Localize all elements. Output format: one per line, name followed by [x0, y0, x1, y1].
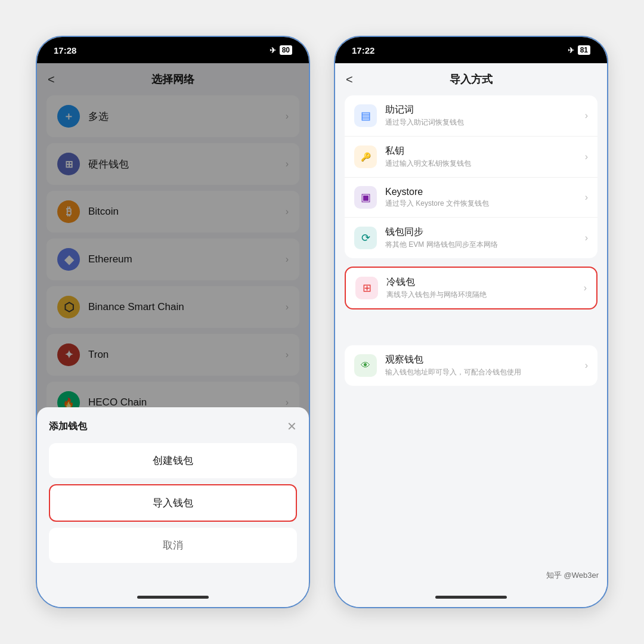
watchwallet-chevron: › — [585, 360, 588, 371]
privatekey-subtitle: 通过输入明文私钥恢复钱包 — [385, 159, 471, 169]
coldwallet-icon: ⊞ — [355, 277, 378, 299]
right-phone: 17:22 ✈ 81 < 导入方式 ▤ 助记词 通过导入助记词恢复钱包 — [334, 36, 608, 608]
mnemonic-chevron: › — [585, 110, 588, 121]
watchwallet-subtitle: 输入钱包地址即可导入，可配合冷钱包使用 — [385, 367, 521, 377]
bottom-sheet-title: 添加钱包 — [49, 420, 87, 433]
privatekey-icon: 🔑 — [354, 145, 377, 168]
keystore-subtitle: 通过导入 Keystore 文件恢复钱包 — [385, 199, 489, 209]
right-home-bar — [435, 596, 507, 599]
privatekey-title: 私钥 — [385, 145, 471, 157]
privatekey-chevron: › — [585, 151, 588, 162]
left-screen: < 选择网络 ＋ 多选 › ⊞ 硬件钱包 › ₿ — [37, 63, 309, 587]
close-sheet-button[interactable]: ✕ — [287, 419, 297, 434]
cold-wallet-arrow — [382, 303, 417, 309]
left-home-bar — [137, 596, 209, 599]
watermark: 知乎 @Web3er — [546, 570, 599, 581]
keystore-icon: ▣ — [354, 186, 377, 209]
coldwallet-subtitle: 离线导入钱包并与网络环境隔绝 — [386, 290, 487, 300]
import-mnemonic[interactable]: ▤ 助记词 通过导入助记词恢复钱包 › — [345, 95, 597, 137]
left-home-indicator — [37, 587, 309, 607]
import-group-1: ▤ 助记词 通过导入助记词恢复钱包 › 🔑 私钥 通过输入明文私钥恢复钱包 — [345, 95, 597, 258]
coldwallet-title: 冷钱包 — [386, 276, 487, 289]
mnemonic-icon: ▤ — [354, 104, 377, 127]
import-group-3: 👁 观察钱包 输入钱包地址即可导入，可配合冷钱包使用 › — [345, 345, 597, 386]
walletsync-subtitle: 将其他 EVM 网络钱包同步至本网络 — [385, 240, 498, 250]
coldwallet-chevron: › — [584, 283, 587, 293]
right-status-bar: 17:22 ✈ 81 — [335, 37, 607, 63]
import-wallet-sync[interactable]: ⟳ 钱包同步 将其他 EVM 网络钱包同步至本网络 › — [345, 218, 597, 258]
right-screen: < 导入方式 ▤ 助记词 通过导入助记词恢复钱包 › — [335, 63, 607, 587]
right-airplane-icon: ✈ — [568, 46, 574, 55]
walletsync-chevron: › — [585, 233, 588, 243]
left-battery: 80 — [280, 45, 292, 55]
right-battery: 81 — [578, 45, 590, 55]
left-status-bar: 17:28 ✈ 80 — [37, 37, 309, 63]
right-import-list: ▤ 助记词 通过导入助记词恢复钱包 › 🔑 私钥 通过输入明文私钥恢复钱包 — [335, 95, 607, 587]
right-back-button[interactable]: < — [346, 73, 353, 86]
airplane-icon: ✈ — [270, 46, 276, 55]
bottom-sheet: 添加钱包 ✕ 创建钱包 导入钱包 取消 — [37, 407, 309, 587]
right-time: 17:22 — [352, 45, 374, 55]
mnemonic-title: 助记词 — [385, 104, 464, 116]
arrow-cold-icon — [382, 303, 417, 309]
cancel-button[interactable]: 取消 — [49, 528, 297, 563]
import-keystore[interactable]: ▣ Keystore 通过导入 Keystore 文件恢复钱包 › — [345, 178, 597, 218]
keystore-chevron: › — [585, 192, 588, 203]
create-wallet-button[interactable]: 创建钱包 — [49, 443, 297, 478]
import-watch-wallet[interactable]: 👁 观察钱包 输入钱包地址即可导入，可配合冷钱包使用 › — [345, 345, 597, 386]
watchwallet-title: 观察钱包 — [385, 354, 521, 366]
right-header-title: 导入方式 — [450, 72, 493, 86]
keystore-title: Keystore — [385, 187, 489, 197]
import-cold-wallet[interactable]: ⊞ 冷钱包 离线导入钱包并与网络环境隔绝 › — [346, 268, 596, 308]
left-phone: 17:28 ✈ 80 < 选择网络 ＋ 多选 › ⊞ 硬件钱包 — [36, 36, 310, 608]
bottom-sheet-overlay: 添加钱包 ✕ 创建钱包 导入钱包 取消 — [37, 63, 309, 587]
import-group-2: ⊞ 冷钱包 离线导入钱包并与网络环境隔绝 › — [345, 267, 597, 309]
walletsync-title: 钱包同步 — [385, 226, 498, 239]
mnemonic-subtitle: 通过导入助记词恢复钱包 — [385, 117, 464, 128]
right-home-indicator — [335, 587, 607, 607]
watchwallet-icon: 👁 — [354, 354, 377, 377]
left-status-icons: ✈ 80 — [270, 45, 292, 55]
walletsync-icon: ⟳ — [354, 227, 377, 249]
right-status-icons: ✈ 81 — [568, 45, 590, 55]
import-wallet-button[interactable]: 导入钱包 — [49, 484, 297, 522]
right-header: < 导入方式 — [335, 63, 607, 95]
bottom-sheet-header: 添加钱包 ✕ — [49, 419, 297, 434]
left-time: 17:28 — [54, 45, 76, 55]
svg-line-1 — [388, 309, 407, 309]
import-privatekey[interactable]: 🔑 私钥 通过输入明文私钥恢复钱包 › — [345, 137, 597, 178]
